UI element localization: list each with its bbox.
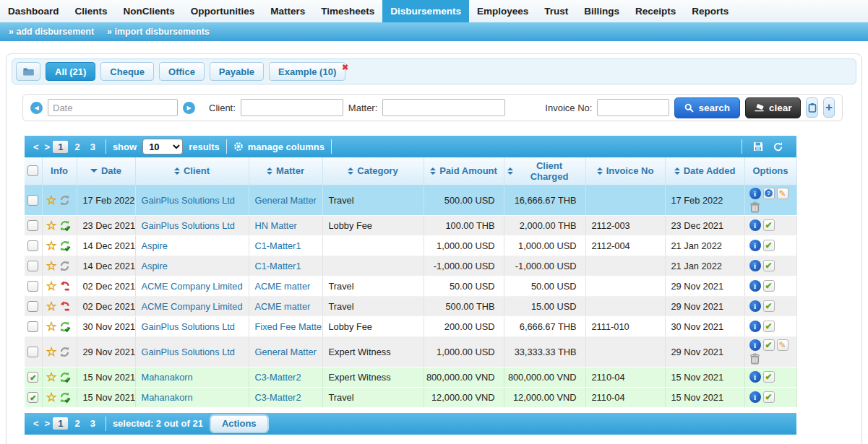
delete-icon[interactable] [749, 353, 760, 365]
nav-item-reports[interactable]: Reports [684, 0, 736, 22]
column-header-select[interactable] [25, 157, 42, 185]
next-page-icon[interactable]: > [42, 142, 53, 152]
invoice-input[interactable] [597, 99, 669, 116]
recurring-approved-icon[interactable] [59, 371, 71, 383]
page-2[interactable]: 2 [71, 141, 83, 153]
nav-item-disbursements[interactable]: Disbursements [382, 0, 469, 22]
star-icon[interactable]: ☆ [46, 300, 57, 313]
clear-button[interactable]: clear [745, 97, 802, 118]
row-checkbox[interactable] [27, 261, 38, 271]
column-header-info[interactable]: Info [42, 157, 77, 185]
matter-link[interactable]: C3-Matter2 [255, 372, 301, 383]
column-header-invoice-no[interactable]: Invoice No [585, 157, 665, 185]
matter-link[interactable]: General Matter [255, 347, 317, 357]
sort-desc-icon[interactable] [90, 169, 98, 173]
column-header-paid-amount[interactable]: Paid Amount [424, 157, 504, 185]
prev-page-icon[interactable]: < [30, 142, 42, 152]
info-icon[interactable]: i [749, 188, 761, 199]
client-link[interactable]: ACME Company Limited [142, 301, 243, 312]
edit-icon[interactable]: ✎ [777, 188, 788, 199]
matter-link[interactable]: HN Matter [255, 220, 297, 231]
column-header-client-charged[interactable]: Client Charged [504, 157, 585, 185]
row-checkbox[interactable] [27, 301, 38, 312]
sort-icon[interactable] [267, 167, 272, 175]
recurring-approved-icon[interactable] [59, 240, 71, 252]
page-2[interactable]: 2 [71, 417, 83, 430]
nav-item-nonclients[interactable]: NonClients [116, 0, 183, 22]
star-icon[interactable]: ☆ [46, 280, 57, 292]
manage-columns-button[interactable]: manage columns [233, 142, 325, 152]
info-icon[interactable]: i [749, 391, 761, 403]
column-header-client[interactable]: Client [135, 157, 249, 185]
subnav-item[interactable]: » import disbursements [107, 27, 210, 37]
row-checkbox[interactable] [27, 220, 38, 231]
search-button[interactable]: search [674, 97, 740, 118]
tab-office[interactable]: Office [159, 62, 205, 81]
prev-date-icon[interactable]: ◀ [30, 102, 43, 114]
sort-icon[interactable] [674, 167, 680, 175]
tab-all-21-[interactable]: All (21) [46, 62, 95, 81]
row-checkbox[interactable] [27, 240, 38, 251]
info-icon[interactable]: i [749, 280, 761, 292]
row-checkbox[interactable] [27, 347, 38, 357]
recurring-icon[interactable] [59, 260, 71, 272]
declined-icon[interactable] [59, 300, 71, 313]
star-icon[interactable]: ☆ [46, 371, 57, 383]
column-header-category[interactable]: Category [322, 157, 424, 185]
sort-icon[interactable] [174, 167, 180, 175]
tab-example-10-[interactable]: Example (10)✖ [269, 62, 345, 81]
info-icon[interactable]: i [749, 339, 761, 351]
info-icon[interactable]: i [749, 300, 761, 312]
column-header-options[interactable]: Options [744, 157, 796, 185]
info-icon[interactable]: i [749, 321, 761, 332]
client-link[interactable]: Aspire [142, 240, 168, 251]
add-tab-button[interactable]: + [823, 97, 835, 118]
client-link[interactable]: GainPlus Solutions Ltd [142, 347, 235, 357]
nav-item-timesheets[interactable]: Timesheets [313, 0, 382, 22]
approve-icon[interactable]: ✔ [763, 300, 775, 312]
nav-item-employees[interactable]: Employees [469, 0, 536, 22]
date-input[interactable] [48, 99, 178, 116]
tab-payable[interactable]: Payable [210, 62, 264, 81]
client-link[interactable]: ACME Company Limited [142, 281, 243, 292]
row-checkbox[interactable]: ✔ [27, 392, 38, 403]
nav-item-dashboard[interactable]: Dashboard [0, 0, 67, 22]
close-tab-icon[interactable]: ✖ [342, 58, 348, 77]
sort-icon[interactable] [430, 167, 436, 175]
select-all-checkbox[interactable] [27, 165, 38, 176]
actions-button[interactable]: Actions [210, 415, 268, 432]
client-link[interactable]: GainPlus Solutions Ltd [142, 195, 235, 206]
recurring-approved-icon[interactable] [59, 391, 71, 404]
row-checkbox[interactable] [27, 321, 38, 332]
prev-page-icon[interactable]: < [30, 418, 42, 429]
matter-link[interactable]: ACME matter [255, 281, 311, 292]
star-icon[interactable]: ☆ [46, 391, 57, 404]
next-date-icon[interactable]: ▶ [183, 102, 195, 114]
nav-item-trust[interactable]: Trust [536, 0, 576, 22]
column-header-matter[interactable]: Matter [249, 157, 322, 185]
info-icon[interactable]: i [749, 371, 761, 383]
approve-icon[interactable]: ✔ [763, 391, 775, 403]
nav-item-opportunities[interactable]: Opportunities [183, 0, 263, 22]
star-icon[interactable]: ☆ [46, 321, 57, 333]
approve-icon[interactable]: ✔ [763, 321, 775, 332]
matter-link[interactable]: ACME matter [255, 301, 311, 312]
star-icon[interactable]: ☆ [46, 346, 57, 358]
next-page-icon[interactable]: > [42, 418, 53, 429]
matter-link[interactable]: C1-Matter1 [255, 240, 301, 251]
approve-icon[interactable]: ✔ [763, 240, 775, 251]
star-icon[interactable]: ☆ [46, 240, 57, 252]
row-checkbox[interactable]: ✔ [27, 372, 38, 383]
folder-tab-button[interactable] [16, 62, 40, 81]
column-header-date[interactable]: Date [77, 157, 135, 185]
approve-icon[interactable]: ✔ [763, 339, 775, 351]
star-icon[interactable]: ☆ [46, 260, 57, 272]
row-checkbox[interactable] [27, 195, 38, 206]
tab-cheque[interactable]: Cheque [100, 62, 154, 81]
info-icon[interactable]: i [749, 240, 761, 251]
star-icon[interactable]: ☆ [46, 219, 57, 232]
approve-icon[interactable]: ✔ [763, 260, 775, 271]
matter-link[interactable]: Fixed Fee Matter [255, 321, 323, 332]
matter-input[interactable] [382, 99, 505, 116]
client-link[interactable]: Mahanakorn [142, 392, 193, 403]
